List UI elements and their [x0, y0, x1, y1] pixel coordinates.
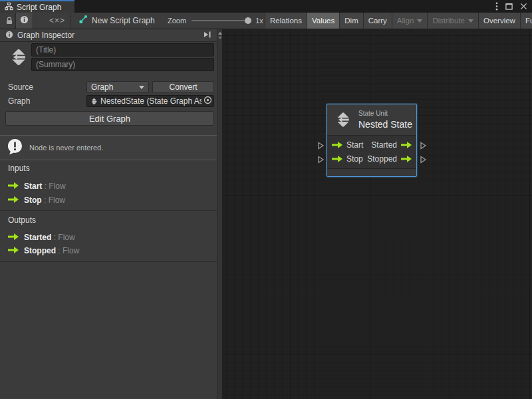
nested-state-node[interactable]: State Unit Nested State Start Started — [327, 104, 417, 177]
node-header[interactable]: State Unit Nested State — [327, 104, 416, 135]
state-graph-asset-icon — [90, 97, 98, 106]
warning-box: Node is never entered. — [0, 135, 217, 160]
graph-canvas[interactable]: State Unit Nested State Start Started — [223, 29, 532, 399]
carry-button[interactable]: Carry — [363, 13, 392, 29]
values-button[interactable]: Values — [307, 13, 339, 29]
close-icon[interactable] — [520, 3, 527, 10]
input-port-row: Start : Flow — [8, 179, 66, 192]
input-port-row: Stop : Flow — [8, 193, 65, 206]
output-port-row: Started : Flow — [8, 230, 75, 243]
warning-text: Node is never entered. — [29, 144, 103, 152]
node-title: Nested State — [358, 119, 412, 130]
divider — [0, 210, 217, 211]
inspector-toggle-button[interactable] — [15, 13, 33, 29]
chevron-down-icon — [139, 86, 144, 89]
convert-button[interactable]: Convert — [152, 81, 214, 93]
chevron-down-icon — [468, 19, 473, 23]
relations-button[interactable]: Relations — [265, 13, 307, 29]
state-unit-icon — [333, 110, 353, 130]
toolbar-button-group: Relations Values Dim Carry Align Distrib… — [265, 13, 532, 29]
source-dropdown[interactable]: Graph — [86, 81, 149, 93]
dim-button[interactable]: Dim — [339, 13, 362, 29]
panel-scrollbar[interactable] — [217, 29, 222, 399]
source-label: Source — [8, 82, 33, 92]
zoom-slider-handle[interactable] — [245, 17, 251, 24]
title-field[interactable] — [31, 43, 214, 57]
flow-out-port-icon[interactable] — [401, 142, 412, 148]
node-kind-label: State Unit — [358, 110, 412, 117]
script-graph-icon — [78, 15, 88, 27]
graph-field-label: Graph — [8, 96, 30, 106]
info-icon — [5, 29, 13, 41]
graph-object-value: NestedState (State Graph As — [100, 96, 201, 106]
external-output-port-icon[interactable] — [420, 142, 427, 150]
zoom-value: 1x — [255, 17, 263, 25]
title-bar: Script Graph — [0, 0, 532, 13]
divider — [70, 13, 71, 29]
divider — [0, 261, 217, 262]
external-input-port-icon[interactable] — [317, 156, 325, 164]
code-preview-label: <×> — [49, 16, 65, 25]
info-icon — [20, 15, 29, 27]
node-footer — [327, 168, 416, 176]
toolbar: <×> New Script Graph Zoom 1x Relations V… — [0, 13, 532, 29]
flow-in-port-icon[interactable] — [332, 142, 342, 148]
dock-panel-icon[interactable] — [203, 29, 212, 41]
graph-object-field[interactable]: NestedState (State Graph As — [86, 95, 214, 107]
zoom-slider[interactable] — [192, 20, 250, 21]
flow-arrow-icon — [8, 196, 19, 203]
external-input-port-icon[interactable] — [317, 142, 325, 150]
source-dropdown-value: Graph — [91, 82, 136, 92]
lock-icon[interactable] — [5, 13, 14, 29]
full-screen-button[interactable]: Full Screen — [520, 13, 532, 29]
warning-bubble-icon — [7, 138, 23, 158]
chevron-down-icon — [417, 19, 422, 23]
flow-arrow-icon — [8, 247, 19, 253]
flow-out-port-icon[interactable] — [401, 156, 412, 162]
code-preview-button[interactable]: <×> — [44, 13, 70, 29]
graph-title: New Script Graph — [78, 13, 155, 29]
maximize-icon[interactable] — [505, 3, 513, 10]
flow-arrow-icon — [8, 233, 19, 240]
summary-field[interactable] — [31, 58, 214, 71]
overview-button[interactable]: Overview — [478, 13, 520, 29]
scroll-up-icon[interactable] — [218, 32, 222, 35]
external-output-port-icon[interactable] — [420, 156, 427, 164]
tab-label: Script Graph — [17, 3, 61, 12]
graph-hierarchy-icon — [5, 1, 13, 13]
edit-graph-button[interactable]: Edit Graph — [5, 111, 214, 126]
tab-script-graph[interactable]: Script Graph — [0, 0, 74, 13]
inspector-header: Graph Inspector — [0, 29, 217, 42]
zoom-control: Zoom 1x — [168, 13, 263, 29]
inputs-section-title: Inputs — [8, 164, 30, 173]
graph-inspector-panel: Graph Inspector Source Graph Convert Gra… — [0, 29, 223, 399]
inspector-title: Graph Inspector — [17, 31, 199, 40]
object-picker-icon[interactable] — [203, 95, 212, 107]
output-port-row: Stopped : Flow — [8, 243, 79, 257]
flow-arrow-icon — [8, 182, 19, 189]
flow-in-port-icon[interactable] — [332, 156, 342, 162]
scroll-down-icon[interactable] — [218, 37, 222, 39]
distribute-dropdown[interactable]: Distribute — [427, 13, 478, 29]
node-ports: Start Started Stop Stopped — [327, 135, 416, 168]
graph-name-label: New Script Graph — [92, 16, 155, 25]
node-port-row: Start Started — [327, 138, 416, 152]
outputs-section-title: Outputs — [8, 215, 36, 225]
zoom-label: Zoom — [168, 17, 186, 25]
state-unit-icon — [7, 46, 30, 68]
node-port-row: Stop Stopped — [327, 152, 416, 166]
window-controls — [495, 0, 527, 13]
align-dropdown[interactable]: Align — [392, 13, 428, 29]
kebab-menu-icon[interactable] — [495, 2, 498, 11]
